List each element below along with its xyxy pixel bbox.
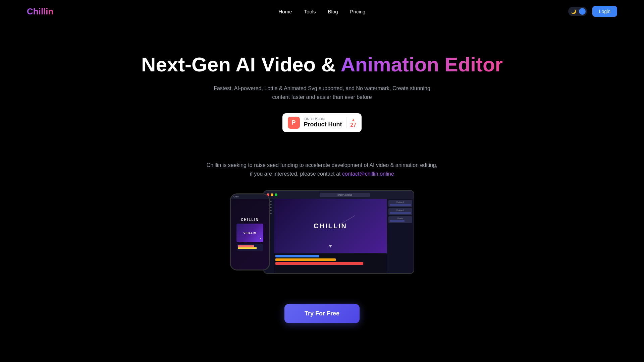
rpanel-label-2: Position Y <box>390 209 411 211</box>
canvas-heart-icon: ♥ <box>329 243 332 249</box>
nav-pricing[interactable]: Pricing <box>350 9 366 14</box>
phone-canvas-title: CHILLIN <box>244 232 256 234</box>
rpanel-item-1: Position X <box>388 200 412 207</box>
timeline-track-1 <box>275 255 319 257</box>
desktop-body: CHILLIN ♥ Position X <box>264 199 414 273</box>
hero-subtitle: Fastest, AI-powered, Lottie & Animated S… <box>205 84 439 101</box>
phone-timeline-bar-2 <box>238 247 257 249</box>
ph-name: Product Hunt <box>304 121 342 128</box>
rpanel-item-2: Position Y <box>388 208 412 215</box>
upvote-arrow-icon: ▲ <box>352 117 356 122</box>
desktop-canvas-title: CHILLIN <box>314 222 347 230</box>
headline-plain: Next-Gen AI Video & <box>141 53 341 76</box>
product-hunt-badge[interactable]: P FIND US ON Product Hunt ▲ 27 <box>282 113 362 132</box>
theme-toggle[interactable]: 🌙 <box>568 7 587 16</box>
ph-votes: ▲ 27 <box>346 117 357 128</box>
login-button[interactable]: Login <box>592 6 617 17</box>
cta-section: Try For Free <box>0 294 644 343</box>
desktop-timeline <box>274 253 387 273</box>
desktop-titlebar: chillin.online <box>264 191 414 199</box>
timeline-track-2 <box>275 258 336 261</box>
minimize-dot <box>271 193 273 196</box>
logo: Chillin <box>27 6 53 17</box>
timeline-track-3 <box>275 262 363 265</box>
phone-timeline <box>237 244 263 251</box>
try-for-free-button[interactable]: Try For Free <box>284 304 360 323</box>
phone-timeline-bar-1 <box>238 245 254 247</box>
nav-tools[interactable]: Tools <box>304 9 316 14</box>
phone-screen: Chillin Chillin CHILLIN ♥ <box>231 194 269 269</box>
desktop-mockup: chillin.online CHILLIN ♥ <box>263 190 414 274</box>
phone-canvas: CHILLIN ♥ <box>236 224 263 242</box>
ph-vote-count: 27 <box>351 122 357 128</box>
maximize-dot <box>275 193 277 196</box>
moon-icon: 🌙 <box>571 9 576 14</box>
rpanel-value-1 <box>390 204 411 206</box>
nav-links: Home Tools Blog Pricing <box>279 9 366 14</box>
hero-section: Next-Gen AI Video & Animation Editor Fas… <box>0 23 644 294</box>
contact-email[interactable]: contact@chillin.online <box>342 171 394 177</box>
phone-content: Chillin CHILLIN ♥ <box>231 199 269 269</box>
rpanel-label-1: Position X <box>390 201 411 203</box>
phone-heart-icon: ♥ <box>260 237 261 240</box>
rpanel-value-2 <box>390 212 411 214</box>
headline-gradient: Animation Editor <box>341 53 503 76</box>
toggle-circle <box>579 8 586 15</box>
rpanel-label-3: Opacity <box>390 217 411 219</box>
phone-mockup: Chillin Chillin CHILLIN ♥ <box>230 193 270 270</box>
ph-logo-icon: P <box>288 117 300 129</box>
titlebar-url: chillin.online <box>279 193 411 197</box>
url-bar: chillin.online <box>320 193 370 197</box>
funding-text: Chillin is seeking to raise seed funding… <box>205 161 439 178</box>
rpanel-value-3 <box>390 220 405 222</box>
phone-logo-text: Chillin <box>241 218 259 222</box>
desktop-right-panel: Position X Position Y Opacity <box>387 199 414 273</box>
phone-topbar: Chillin <box>231 194 269 199</box>
rpanel-item-3: Opacity <box>388 216 412 223</box>
desktop-canvas: CHILLIN ♥ <box>274 199 387 253</box>
nav-right: 🌙 Login <box>568 6 617 17</box>
nav-home[interactable]: Home <box>279 9 292 14</box>
ph-find-us-label: FIND US ON <box>304 117 342 121</box>
navbar: Chillin Home Tools Blog Pricing 🌙 Login <box>0 0 644 23</box>
hero-headline: Next-Gen AI Video & Animation Editor <box>7 53 637 76</box>
app-preview: Chillin Chillin CHILLIN ♥ <box>171 190 473 294</box>
ph-text: FIND US ON Product Hunt <box>304 117 342 128</box>
desktop-canvas-area: CHILLIN ♥ <box>274 199 387 273</box>
phone-topbar-text: Chillin <box>233 196 239 198</box>
nav-blog[interactable]: Blog <box>328 9 338 14</box>
